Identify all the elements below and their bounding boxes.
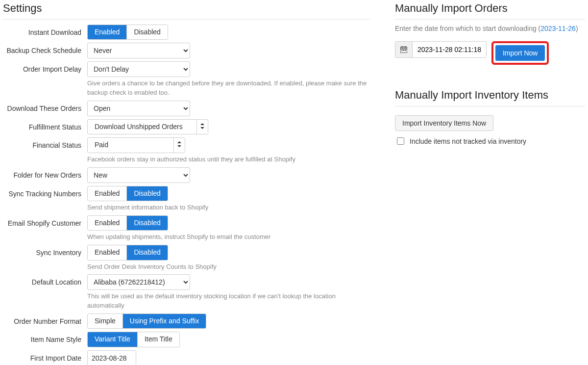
calendar-icon[interactable]	[395, 42, 413, 57]
select-download-orders[interactable]: Open	[87, 101, 190, 116]
toggle-sync-inventory: Enabled Disabled	[87, 245, 168, 260]
row-instant-download: Instant Download Enabled Disabled	[3, 25, 370, 40]
section-manual-orders: Manually Import Orders Enter the date fr…	[395, 0, 585, 65]
label-import-delay: Order Import Delay	[3, 61, 87, 73]
toggle-instant-download-disabled[interactable]: Disabled	[126, 25, 167, 39]
toggle-sync-tracking-enabled[interactable]: Enabled	[88, 186, 126, 201]
row-first-import-date: First Import Date Don't import orders be…	[3, 350, 370, 365]
select-backup-check[interactable]: Never	[87, 43, 190, 58]
label-folder-new: Folder for New Orders	[3, 167, 87, 179]
select-folder-new[interactable]: New	[87, 167, 190, 183]
row-fulfillment-status: Fulfillment Status Download Unshipped Or…	[3, 119, 370, 134]
toggle-email-customer-enabled[interactable]: Enabled	[88, 216, 126, 230]
import-now-highlight: Import Now	[491, 41, 549, 65]
row-backup-check: Backup Check Schedule Never	[3, 43, 370, 58]
toggle-order-number-simple[interactable]: Simple	[88, 314, 122, 328]
include-untracked-label: Include items not tracked via inventory	[410, 137, 526, 145]
label-fulfillment-status: Fulfillment Status	[3, 119, 87, 131]
toggle-sync-inventory-enabled[interactable]: Enabled	[88, 245, 126, 260]
toggle-email-customer-disabled[interactable]: Disabled	[126, 216, 167, 230]
settings-title: Settings	[3, 0, 370, 20]
import-inventory-button[interactable]: Import Inventory Items Now	[395, 115, 493, 131]
svg-rect-3	[405, 46, 406, 48]
import-now-button[interactable]: Import Now	[495, 45, 545, 61]
row-email-customer: Email Shopify Customer Enabled Disabled …	[3, 215, 370, 242]
label-email-customer: Email Shopify Customer	[3, 215, 87, 227]
toggle-order-number-prefix[interactable]: Using Prefix and Suffix	[122, 314, 206, 328]
row-sync-inventory: Sync Inventory Enabled Disabled Send Ord…	[3, 245, 370, 271]
label-sync-tracking: Sync Tracking Numbers	[3, 186, 87, 198]
toggle-email-customer: Enabled Disabled	[87, 215, 168, 231]
help-financial-status: Facebook orders stay in authorized statu…	[87, 155, 370, 164]
select-import-delay[interactable]: Don't Delay	[87, 61, 190, 77]
svg-rect-4	[402, 50, 403, 51]
select-default-location[interactable]: Alibaba (67262218412)	[87, 274, 190, 290]
label-order-number-format: Order Number Format	[3, 313, 87, 325]
row-download-orders: Download These Orders Open	[3, 101, 370, 116]
sort-icon[interactable]	[196, 120, 208, 134]
help-default-location: This will be used as the default invento…	[87, 292, 370, 311]
row-folder-new: Folder for New Orders New	[3, 167, 370, 183]
row-import-delay: Order Import Delay Don't Delay Give orde…	[3, 61, 370, 98]
label-download-orders: Download These Orders	[3, 101, 87, 112]
help-sync-inventory: Send Order Desk Inventory Counts to Shop…	[87, 262, 370, 272]
help-email-customer: When updating shipments, instruct Shopif…	[87, 233, 370, 242]
hint-date-link[interactable]: 2023-11-26	[540, 25, 576, 32]
label-instant-download: Instant Download	[3, 25, 87, 36]
manual-orders-hint: Enter the date from which to start downl…	[395, 25, 585, 32]
include-untracked-row[interactable]: Include items not tracked via inventory	[395, 136, 585, 146]
input-import-datetime[interactable]	[413, 42, 486, 57]
help-sync-tracking: Send shipment information back to Shopif…	[87, 203, 370, 212]
svg-rect-5	[403, 50, 404, 51]
toggle-instant-download: Enabled Disabled	[87, 25, 168, 40]
include-untracked-checkbox[interactable]	[397, 137, 404, 145]
toggle-order-number-format: Simple Using Prefix and Suffix	[87, 313, 206, 329]
input-first-import-date[interactable]	[87, 350, 136, 365]
label-first-import-date: First Import Date	[3, 350, 87, 362]
section-manual-inventory: Manually Import Inventory Items Import I…	[395, 87, 585, 146]
hint-suffix: )	[576, 25, 578, 32]
toggle-item-name-style: Variant Title Item Title	[87, 332, 180, 347]
label-item-name-style: Item Name Style	[3, 332, 87, 343]
row-item-name-style: Item Name Style Variant Title Item Title	[3, 332, 370, 347]
sort-icon[interactable]	[173, 138, 185, 152]
label-default-location: Default Location	[3, 274, 87, 286]
select-fulfillment-status[interactable]: Download Unshipped Orders	[87, 119, 208, 134]
label-sync-inventory: Sync Inventory	[3, 245, 87, 257]
row-default-location: Default Location Alibaba (67262218412) T…	[3, 274, 370, 311]
label-financial-status: Financial Status	[3, 137, 87, 149]
row-sync-tracking: Sync Tracking Numbers Enabled Disabled S…	[3, 186, 370, 212]
toggle-sync-tracking: Enabled Disabled	[87, 186, 168, 201]
manual-inventory-title: Manually Import Inventory Items	[395, 87, 585, 106]
select-fulfillment-status-value: Download Unshipped Orders	[88, 120, 196, 134]
hint-prefix: Enter the date from which to start downl…	[395, 25, 540, 32]
toggle-item-name-variant[interactable]: Variant Title	[88, 332, 137, 346]
toggle-sync-inventory-disabled[interactable]: Disabled	[126, 245, 167, 260]
toggle-sync-tracking-disabled[interactable]: Disabled	[126, 186, 167, 201]
help-import-delay: Give orders a chance to be changed befor…	[87, 79, 370, 98]
toggle-item-name-item[interactable]: Item Title	[137, 332, 179, 346]
manual-orders-title: Manually Import Orders	[395, 0, 585, 20]
select-financial-status[interactable]: Paid	[87, 137, 185, 153]
svg-rect-6	[405, 50, 406, 51]
toggle-instant-download-enabled[interactable]: Enabled	[88, 25, 126, 39]
select-financial-status-value: Paid	[88, 138, 173, 152]
label-backup-check: Backup Check Schedule	[3, 43, 87, 54]
svg-rect-2	[402, 46, 403, 48]
row-order-number-format: Order Number Format Simple Using Prefix …	[3, 313, 370, 329]
row-financial-status: Financial Status Paid Facebook orders st…	[3, 137, 370, 164]
datetime-input-group	[395, 41, 487, 58]
